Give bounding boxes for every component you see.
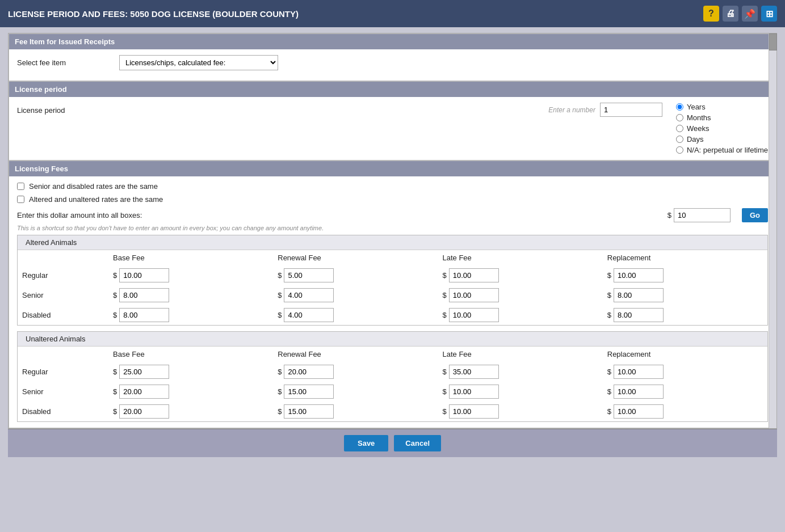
radio-months[interactable]: Months [676,113,768,122]
unaltered-regular-renewal-input[interactable] [284,365,334,379]
altered-senior-renewal-input[interactable] [284,288,334,302]
altered-senior-replacement-cell: $ [603,285,767,305]
dollar-fill-input[interactable] [674,208,731,222]
radio-days-input[interactable] [676,136,683,143]
licensing-fees-header: Licensing Fees [9,161,776,176]
dollar-sign: $ [278,311,282,319]
radio-na-input[interactable] [676,146,683,154]
window-title: LICENSE PERIOD AND FEES: 5050 DOG LICENS… [8,9,299,19]
outer-wrapper: Fee Item for Issued Receipts Select fee … [0,27,785,532]
senior-disabled-same-checkbox[interactable] [17,183,24,190]
dollar-sign: $ [113,291,117,299]
main-window: LICENSE PERIOD AND FEES: 5050 DOG LICENS… [0,0,785,532]
altered-senior-base-input[interactable] [119,288,169,302]
altered-animals-section: Altered Animals Base Fee Renewal Fee Lat… [17,235,768,326]
unaltered-disabled-base-input[interactable] [119,404,169,419]
altered-disabled-late-input[interactable] [449,308,499,322]
license-period-number-input[interactable] [600,103,662,117]
altered-regular-late-input[interactable] [449,268,499,282]
fee-item-select[interactable]: Licenses/chips, calculated fee: [119,55,278,70]
grid-icon[interactable]: ⊞ [761,6,777,22]
altered-regular-base-input[interactable] [119,268,169,282]
radio-na[interactable]: N/A: perpetual or lifetime [676,146,768,154]
radio-years-input[interactable] [676,103,683,111]
altered-disabled-renewal-input[interactable] [284,308,334,322]
dollar-sign: $ [113,271,117,280]
dollar-sign: $ [607,368,611,376]
altered-senior-renewal-cell: $ [273,285,438,305]
checkbox-row-2: Altered and unaltered rates are the same [17,195,768,204]
dollar-fill-row: Enter this dollar amount into all boxes:… [17,208,768,222]
dollar-sign: $ [278,387,282,396]
dollar-sign: $ [113,311,117,319]
unaltered-disabled-base-cell: $ [108,402,273,421]
altered-disabled-replacement-input[interactable] [614,308,664,322]
unaltered-senior-renewal-input[interactable] [284,385,334,399]
altered-disabled-late-cell: $ [438,305,603,325]
altered-disabled-renewal-cell: $ [273,305,438,325]
print-icon[interactable]: 🖨 [723,6,738,22]
unaltered-disabled-label: Disabled [18,402,108,421]
help-icon[interactable]: ? [703,6,719,22]
altered-senior-late-input[interactable] [449,288,499,302]
go-button[interactable]: Go [742,208,768,222]
unaltered-regular-replacement-cell: $ [603,362,767,382]
dollar-sign: $ [443,291,447,299]
dollar-sign: $ [443,387,447,396]
enter-number-hint: Enter a number [548,106,595,114]
table-row: Regular $ $ $ [18,362,767,382]
scrollbar-thumb[interactable] [769,33,777,50]
altered-animals-table: Base Fee Renewal Fee Late Fee Replacemen… [18,250,767,325]
altered-unaltered-same-checkbox[interactable] [17,196,24,203]
unaltered-regular-late-input[interactable] [449,365,499,379]
radio-months-input[interactable] [676,114,683,121]
radio-weeks[interactable]: Weeks [676,124,768,133]
dollar-sign: $ [443,271,447,280]
radio-days[interactable]: Days [676,135,768,143]
dollar-sign: $ [607,387,611,396]
save-button[interactable]: Save [344,435,388,451]
title-bar: LICENSE PERIOD AND FEES: 5050 DOG LICENS… [0,0,785,27]
unaltered-animals-section: Unaltered Animals Base Fee Renewal Fee L… [17,331,768,422]
unaltered-col-base: Base Fee [108,347,273,362]
dollar-sign: $ [443,311,447,319]
unaltered-disabled-replacement-input[interactable] [614,404,664,419]
license-period-label: License period [17,103,119,115]
altered-regular-renewal-input[interactable] [284,268,334,282]
scrollbar[interactable] [769,33,776,428]
dollar-sign: $ [607,407,611,416]
title-bar-icons: ? 🖨 📌 ⊞ [703,6,777,22]
unaltered-senior-late-input[interactable] [449,385,499,399]
altered-disabled-replacement-cell: $ [603,305,767,325]
radio-weeks-input[interactable] [676,125,683,132]
unaltered-regular-replacement-input[interactable] [614,365,664,379]
pin-icon[interactable]: 📌 [742,6,758,22]
unaltered-regular-base-input[interactable] [119,365,169,379]
license-period-radio-group: Years Months Weeks Days N/A: perpetu [676,103,768,154]
unaltered-senior-late-cell: $ [438,382,603,402]
unaltered-disabled-renewal-cell: $ [273,402,438,421]
table-row: Disabled $ $ $ [18,305,767,325]
altered-regular-replacement-input[interactable] [614,268,664,282]
unaltered-disabled-replacement-cell: $ [603,402,767,421]
unaltered-senior-base-input[interactable] [119,385,169,399]
fee-item-body: Select fee item Licenses/chips, calculat… [9,49,776,81]
altered-senior-label: Senior [18,285,108,305]
unaltered-disabled-renewal-input[interactable] [284,404,334,419]
altered-disabled-base-input[interactable] [119,308,169,322]
unaltered-disabled-late-cell: $ [438,402,603,421]
dollar-fill-input-group: $ Go [668,208,768,222]
unaltered-animals-header: Unaltered Animals [18,332,767,347]
inner-content: Fee Item for Issued Receipts Select fee … [8,33,777,429]
dollar-sign: $ [607,271,611,280]
unaltered-senior-replacement-input[interactable] [614,385,664,399]
altered-regular-label: Regular [18,265,108,285]
cancel-button[interactable]: Cancel [394,435,441,451]
altered-col-late: Late Fee [438,250,603,265]
radio-years[interactable]: Years [676,103,768,111]
fee-item-section: Fee Item for Issued Receipts Select fee … [9,33,776,81]
unaltered-animals-table: Base Fee Renewal Fee Late Fee Replacemen… [18,347,767,421]
unaltered-disabled-late-input[interactable] [449,404,499,419]
dollar-sign: $ [278,368,282,376]
altered-senior-replacement-input[interactable] [614,288,664,302]
